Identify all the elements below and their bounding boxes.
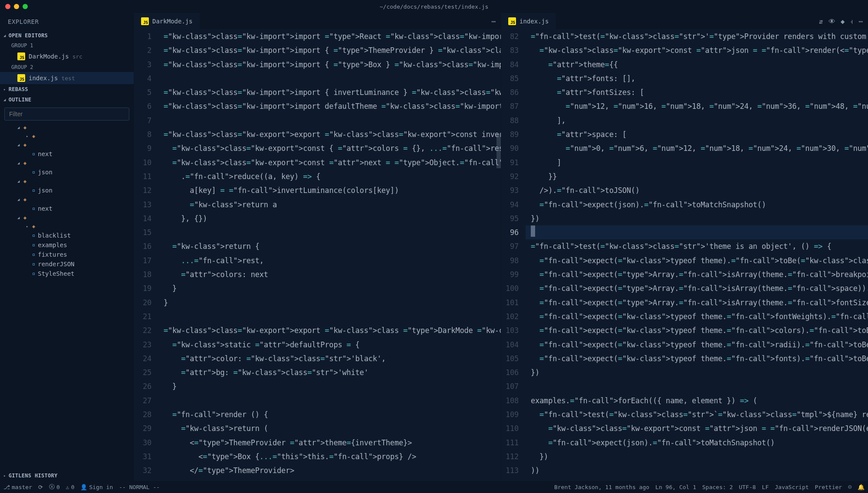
outline-item[interactable]: ◢◈ — [0, 140, 134, 149]
outline-item[interactable]: ◢◈ — [0, 177, 134, 186]
tab-darkmode[interactable]: JS DarkMode.js — [134, 13, 200, 29]
cursor-position[interactable]: Ln 96, Col 1 — [655, 484, 696, 490]
feedback-icon[interactable]: ☺ — [848, 484, 852, 490]
tab-overflow-icon[interactable]: ⋯ — [858, 17, 863, 26]
statusbar: ⎇ master ⟳ ⓧ 0 ⚠ 0 👤 Sign in -- NORMAL -… — [0, 481, 868, 493]
split-editor-icon[interactable]: ⫞ — [850, 17, 853, 26]
outline-header[interactable]: ◢OUTLINE — [0, 95, 134, 105]
window-maximize-button[interactable] — [23, 4, 28, 9]
indentation[interactable]: Spaces: 2 — [702, 484, 733, 490]
outline-item[interactable]: ▫StyleSheet — [0, 269, 134, 278]
tab-overflow-icon[interactable]: ⋯ — [491, 17, 496, 26]
sign-in[interactable]: 👤 Sign in — [80, 484, 113, 490]
warnings[interactable]: ⚠ 0 — [66, 484, 75, 490]
outline-item[interactable]: ▫json — [0, 167, 134, 177]
sidebar: EXPLORER ◢OPEN EDITORS GROUP 1 JS DarkMo… — [0, 13, 134, 481]
code-editor-left[interactable]: 1234567891011121314151617181920212223242… — [134, 29, 501, 481]
window-close-button[interactable] — [5, 4, 10, 9]
outline-filter-input[interactable] — [4, 108, 129, 121]
sync-icon[interactable]: ⟳ — [38, 484, 43, 490]
tabbar-left: JS DarkMode.js ⋯ — [134, 13, 501, 29]
javascript-icon: JS — [141, 17, 149, 25]
outline-item[interactable]: ◢◈ — [0, 159, 134, 167]
gitlens-history-header[interactable]: ▸GITLENS HISTORY — [0, 470, 134, 481]
git-branch[interactable]: ⎇ master — [3, 484, 32, 490]
open-editors-header[interactable]: ◢OPEN EDITORS — [0, 30, 134, 41]
sidebar-title: EXPLORER — [0, 13, 134, 30]
encoding[interactable]: UTF-8 — [739, 484, 756, 490]
minimap-thumb[interactable] — [496, 134, 501, 168]
window-minimize-button[interactable] — [14, 4, 19, 9]
editor-group-right: JS index.js ⇵ 👁 ◆ ⫞ ⋯ 828384858687888990… — [501, 13, 868, 481]
preview-icon[interactable]: 👁 — [829, 17, 835, 26]
outline-item[interactable]: ◢◈ — [0, 195, 134, 204]
tabbar-right: JS index.js ⇵ 👁 ◆ ⫞ ⋯ — [501, 13, 868, 29]
javascript-icon: JS — [17, 74, 25, 82]
javascript-icon: JS — [508, 17, 516, 25]
prettier[interactable]: Prettier — [815, 484, 842, 490]
outline-item[interactable]: ▫next — [0, 149, 134, 159]
outline-item[interactable]: ▸◈ — [0, 222, 134, 231]
tab-index[interactable]: JS index.js — [501, 13, 556, 29]
file-darkmode[interactable]: JS DarkMode.js src — [0, 50, 134, 62]
code-editor-right[interactable]: 8283848586878889909192939495969798991001… — [501, 29, 868, 481]
bell-icon[interactable]: 🔔 — [858, 484, 865, 490]
rebass-header[interactable]: ▸REBASS — [0, 84, 134, 95]
file-index[interactable]: JS index.js test — [0, 72, 134, 84]
git-compare-icon[interactable]: ◆ — [841, 17, 845, 26]
vim-mode: -- NORMAL -- — [119, 484, 160, 490]
git-blame[interactable]: Brent Jackson, 11 months ago — [554, 484, 649, 490]
titlebar: ~/code/docs/rebass/test/index.js — [0, 0, 868, 13]
diff-icon[interactable]: ⇵ — [819, 17, 823, 26]
outline-item[interactable]: ▫renderJSON — [0, 259, 134, 269]
outline-item[interactable]: ▫next — [0, 204, 134, 213]
outline-item[interactable]: ◢◈ — [0, 123, 134, 132]
window-title: ~/code/docs/rebass/test/index.js — [380, 3, 488, 10]
outline-item[interactable]: ▫examples — [0, 240, 134, 250]
outline-item[interactable]: ▫fixtures — [0, 250, 134, 259]
javascript-icon: JS — [17, 52, 25, 60]
outline-item[interactable]: ▸◈ — [0, 132, 134, 140]
outline-item[interactable]: ◢◈ — [0, 213, 134, 222]
group-2-label: GROUP 2 — [0, 62, 134, 72]
outline-item[interactable]: ▫json — [0, 186, 134, 195]
outline-item[interactable]: ▫blacklist — [0, 231, 134, 240]
language-mode[interactable]: JavaScript — [775, 484, 809, 490]
eol[interactable]: LF — [762, 484, 769, 490]
errors[interactable]: ⓧ 0 — [49, 483, 60, 491]
editor-group-left: JS DarkMode.js ⋯ 12345678910111213141516… — [134, 13, 501, 481]
group-1-label: GROUP 1 — [0, 41, 134, 50]
